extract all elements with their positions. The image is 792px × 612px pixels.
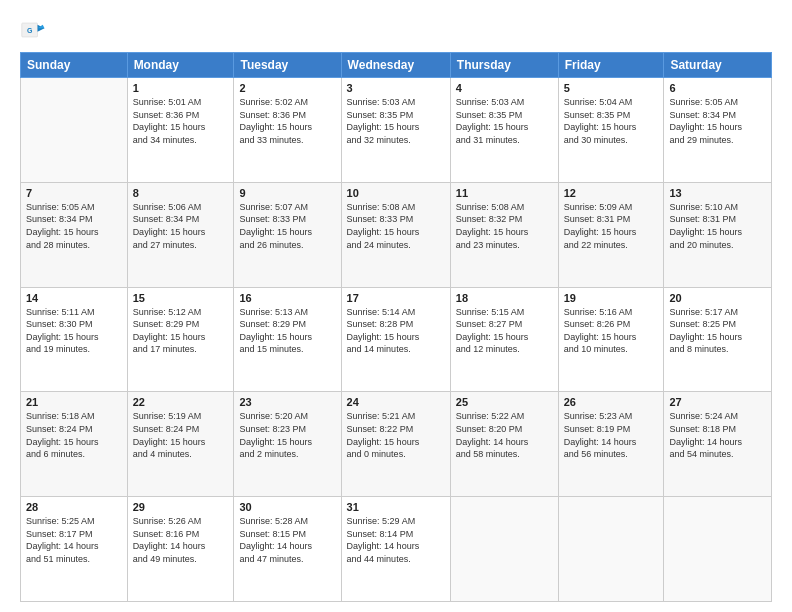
day-cell: 9Sunrise: 5:07 AMSunset: 8:33 PMDaylight… xyxy=(234,182,341,287)
weekday-header-saturday: Saturday xyxy=(664,53,772,78)
day-cell: 21Sunrise: 5:18 AMSunset: 8:24 PMDayligh… xyxy=(21,392,128,497)
weekday-header-friday: Friday xyxy=(558,53,664,78)
day-info: Sunrise: 5:24 AMSunset: 8:18 PMDaylight:… xyxy=(669,410,766,460)
day-number: 7 xyxy=(26,187,122,199)
day-number: 2 xyxy=(239,82,335,94)
day-info: Sunrise: 5:19 AMSunset: 8:24 PMDaylight:… xyxy=(133,410,229,460)
day-number: 13 xyxy=(669,187,766,199)
day-number: 1 xyxy=(133,82,229,94)
header: G xyxy=(20,16,772,44)
day-cell: 5Sunrise: 5:04 AMSunset: 8:35 PMDaylight… xyxy=(558,78,664,183)
day-info: Sunrise: 5:05 AMSunset: 8:34 PMDaylight:… xyxy=(26,201,122,251)
day-info: Sunrise: 5:23 AMSunset: 8:19 PMDaylight:… xyxy=(564,410,659,460)
week-row-5: 28Sunrise: 5:25 AMSunset: 8:17 PMDayligh… xyxy=(21,497,772,602)
day-cell: 4Sunrise: 5:03 AMSunset: 8:35 PMDaylight… xyxy=(450,78,558,183)
day-info: Sunrise: 5:11 AMSunset: 8:30 PMDaylight:… xyxy=(26,306,122,356)
weekday-row: SundayMondayTuesdayWednesdayThursdayFrid… xyxy=(21,53,772,78)
week-row-2: 7Sunrise: 5:05 AMSunset: 8:34 PMDaylight… xyxy=(21,182,772,287)
day-cell: 8Sunrise: 5:06 AMSunset: 8:34 PMDaylight… xyxy=(127,182,234,287)
day-number: 23 xyxy=(239,396,335,408)
day-number: 5 xyxy=(564,82,659,94)
day-cell: 3Sunrise: 5:03 AMSunset: 8:35 PMDaylight… xyxy=(341,78,450,183)
day-cell xyxy=(664,497,772,602)
week-row-4: 21Sunrise: 5:18 AMSunset: 8:24 PMDayligh… xyxy=(21,392,772,497)
day-info: Sunrise: 5:05 AMSunset: 8:34 PMDaylight:… xyxy=(669,96,766,146)
day-number: 12 xyxy=(564,187,659,199)
day-cell: 25Sunrise: 5:22 AMSunset: 8:20 PMDayligh… xyxy=(450,392,558,497)
day-info: Sunrise: 5:28 AMSunset: 8:15 PMDaylight:… xyxy=(239,515,335,565)
logo: G xyxy=(20,16,52,44)
day-info: Sunrise: 5:25 AMSunset: 8:17 PMDaylight:… xyxy=(26,515,122,565)
day-info: Sunrise: 5:01 AMSunset: 8:36 PMDaylight:… xyxy=(133,96,229,146)
day-cell: 22Sunrise: 5:19 AMSunset: 8:24 PMDayligh… xyxy=(127,392,234,497)
day-number: 18 xyxy=(456,292,553,304)
day-info: Sunrise: 5:22 AMSunset: 8:20 PMDaylight:… xyxy=(456,410,553,460)
calendar-body: 1Sunrise: 5:01 AMSunset: 8:36 PMDaylight… xyxy=(21,78,772,602)
calendar-page: G SundayMondayTuesdayWednesdayThursdayFr… xyxy=(0,0,792,612)
day-number: 30 xyxy=(239,501,335,513)
day-info: Sunrise: 5:10 AMSunset: 8:31 PMDaylight:… xyxy=(669,201,766,251)
day-number: 4 xyxy=(456,82,553,94)
day-cell: 16Sunrise: 5:13 AMSunset: 8:29 PMDayligh… xyxy=(234,287,341,392)
day-info: Sunrise: 5:02 AMSunset: 8:36 PMDaylight:… xyxy=(239,96,335,146)
weekday-header-wednesday: Wednesday xyxy=(341,53,450,78)
day-number: 16 xyxy=(239,292,335,304)
day-info: Sunrise: 5:12 AMSunset: 8:29 PMDaylight:… xyxy=(133,306,229,356)
day-cell: 29Sunrise: 5:26 AMSunset: 8:16 PMDayligh… xyxy=(127,497,234,602)
day-info: Sunrise: 5:13 AMSunset: 8:29 PMDaylight:… xyxy=(239,306,335,356)
weekday-header-sunday: Sunday xyxy=(21,53,128,78)
day-cell: 30Sunrise: 5:28 AMSunset: 8:15 PMDayligh… xyxy=(234,497,341,602)
day-cell: 15Sunrise: 5:12 AMSunset: 8:29 PMDayligh… xyxy=(127,287,234,392)
day-cell: 24Sunrise: 5:21 AMSunset: 8:22 PMDayligh… xyxy=(341,392,450,497)
day-cell xyxy=(450,497,558,602)
weekday-header-thursday: Thursday xyxy=(450,53,558,78)
day-cell: 23Sunrise: 5:20 AMSunset: 8:23 PMDayligh… xyxy=(234,392,341,497)
svg-text:G: G xyxy=(27,27,33,34)
day-number: 9 xyxy=(239,187,335,199)
day-info: Sunrise: 5:16 AMSunset: 8:26 PMDaylight:… xyxy=(564,306,659,356)
day-cell: 17Sunrise: 5:14 AMSunset: 8:28 PMDayligh… xyxy=(341,287,450,392)
day-number: 27 xyxy=(669,396,766,408)
day-number: 25 xyxy=(456,396,553,408)
day-info: Sunrise: 5:08 AMSunset: 8:33 PMDaylight:… xyxy=(347,201,445,251)
day-cell: 31Sunrise: 5:29 AMSunset: 8:14 PMDayligh… xyxy=(341,497,450,602)
day-info: Sunrise: 5:26 AMSunset: 8:16 PMDaylight:… xyxy=(133,515,229,565)
day-info: Sunrise: 5:03 AMSunset: 8:35 PMDaylight:… xyxy=(456,96,553,146)
day-info: Sunrise: 5:18 AMSunset: 8:24 PMDaylight:… xyxy=(26,410,122,460)
day-cell: 12Sunrise: 5:09 AMSunset: 8:31 PMDayligh… xyxy=(558,182,664,287)
weekday-header-monday: Monday xyxy=(127,53,234,78)
day-number: 10 xyxy=(347,187,445,199)
day-number: 29 xyxy=(133,501,229,513)
day-number: 19 xyxy=(564,292,659,304)
day-cell: 11Sunrise: 5:08 AMSunset: 8:32 PMDayligh… xyxy=(450,182,558,287)
day-info: Sunrise: 5:03 AMSunset: 8:35 PMDaylight:… xyxy=(347,96,445,146)
day-number: 17 xyxy=(347,292,445,304)
day-info: Sunrise: 5:06 AMSunset: 8:34 PMDaylight:… xyxy=(133,201,229,251)
day-cell: 13Sunrise: 5:10 AMSunset: 8:31 PMDayligh… xyxy=(664,182,772,287)
day-number: 28 xyxy=(26,501,122,513)
day-number: 11 xyxy=(456,187,553,199)
day-cell: 19Sunrise: 5:16 AMSunset: 8:26 PMDayligh… xyxy=(558,287,664,392)
day-info: Sunrise: 5:17 AMSunset: 8:25 PMDaylight:… xyxy=(669,306,766,356)
day-number: 31 xyxy=(347,501,445,513)
logo-icon: G xyxy=(20,16,48,44)
day-number: 15 xyxy=(133,292,229,304)
day-cell: 26Sunrise: 5:23 AMSunset: 8:19 PMDayligh… xyxy=(558,392,664,497)
day-number: 14 xyxy=(26,292,122,304)
day-cell: 27Sunrise: 5:24 AMSunset: 8:18 PMDayligh… xyxy=(664,392,772,497)
day-cell xyxy=(21,78,128,183)
day-cell: 14Sunrise: 5:11 AMSunset: 8:30 PMDayligh… xyxy=(21,287,128,392)
day-number: 24 xyxy=(347,396,445,408)
calendar-table: SundayMondayTuesdayWednesdayThursdayFrid… xyxy=(20,52,772,602)
day-number: 26 xyxy=(564,396,659,408)
day-number: 20 xyxy=(669,292,766,304)
day-number: 8 xyxy=(133,187,229,199)
day-cell: 2Sunrise: 5:02 AMSunset: 8:36 PMDaylight… xyxy=(234,78,341,183)
day-info: Sunrise: 5:09 AMSunset: 8:31 PMDaylight:… xyxy=(564,201,659,251)
day-info: Sunrise: 5:04 AMSunset: 8:35 PMDaylight:… xyxy=(564,96,659,146)
day-number: 22 xyxy=(133,396,229,408)
day-info: Sunrise: 5:20 AMSunset: 8:23 PMDaylight:… xyxy=(239,410,335,460)
day-info: Sunrise: 5:07 AMSunset: 8:33 PMDaylight:… xyxy=(239,201,335,251)
day-cell: 6Sunrise: 5:05 AMSunset: 8:34 PMDaylight… xyxy=(664,78,772,183)
day-cell: 7Sunrise: 5:05 AMSunset: 8:34 PMDaylight… xyxy=(21,182,128,287)
